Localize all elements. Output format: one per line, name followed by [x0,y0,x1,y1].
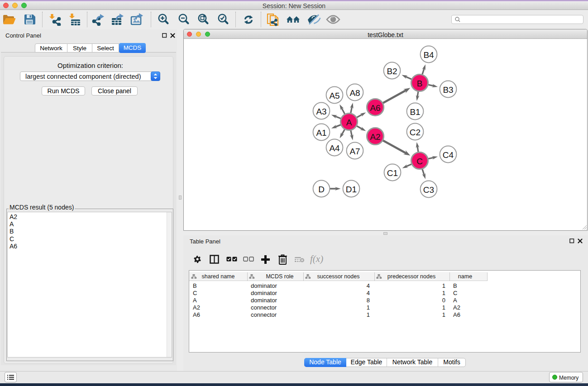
svg-text:A8: A8 [349,88,360,98]
svg-text:C: C [416,157,423,166]
svg-text:D1: D1 [346,185,357,194]
svg-text:C4: C4 [443,150,454,160]
svg-text:B4: B4 [423,50,434,60]
svg-text:A3: A3 [316,107,326,116]
svg-text:A4: A4 [329,143,340,153]
svg-text:B1: B1 [410,107,420,117]
svg-text:C1: C1 [387,168,398,178]
svg-text:C2: C2 [410,128,421,137]
svg-text:A5: A5 [329,91,339,100]
svg-text:C3: C3 [423,185,434,195]
svg-text:A2: A2 [370,132,380,142]
svg-text:A1: A1 [316,128,326,138]
svg-text:B3: B3 [443,85,453,95]
svg-text:A6: A6 [370,103,380,113]
svg-text:B: B [417,79,423,88]
svg-text:A: A [346,118,352,127]
svg-text:D: D [318,185,325,194]
svg-text:A7: A7 [349,147,360,156]
svg-text:B2: B2 [387,67,397,76]
